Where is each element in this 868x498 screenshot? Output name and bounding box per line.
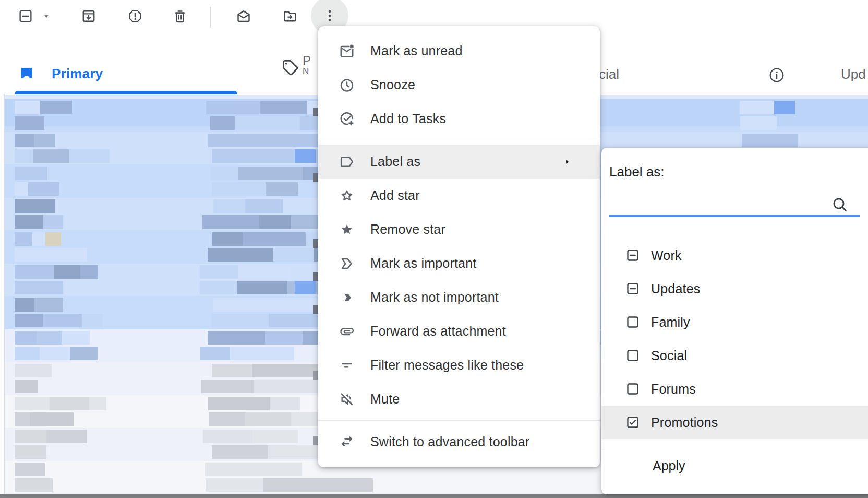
move-to-button[interactable] — [282, 8, 298, 24]
message-context-menu: Mark as unreadSnoozeAdd to TasksLabel as… — [318, 26, 600, 467]
label-list: WorkUpdatesFamilySocialForumsPromotions — [601, 239, 868, 439]
menu-item-label: Add to Tasks — [370, 111, 446, 126]
checkbox-unchecked-icon[interactable] — [626, 349, 640, 362]
menu-item-mark-as-important[interactable]: Mark as important — [318, 246, 600, 280]
important-marker-icon — [339, 255, 355, 272]
menu-item-label: Snooze — [370, 77, 415, 92]
menu-divider — [318, 140, 600, 140]
window-bottom-edge — [0, 494, 868, 498]
mute-speaker-icon — [339, 391, 355, 408]
inbox-tab-icon — [19, 65, 34, 81]
checkbox-indeterminate-icon[interactable] — [626, 282, 640, 295]
label-search-input[interactable] — [609, 193, 828, 214]
checkbox-checked-icon[interactable] — [626, 416, 640, 429]
tab-promotions-fragment: P N — [303, 54, 310, 78]
info-icon[interactable] — [768, 67, 785, 84]
tab-updates-partial[interactable]: Upd — [841, 66, 868, 82]
tag-icon[interactable] — [281, 58, 299, 77]
label-option-text: Family — [651, 315, 690, 330]
gmail-window: Primary P N cial Upd Mark as unreadSnooz… — [0, 0, 868, 498]
label-option-text: Forums — [651, 382, 696, 397]
search-icon — [831, 196, 849, 214]
filter-lines-icon — [339, 357, 355, 374]
submenu-arrow-icon — [564, 157, 571, 167]
not-important-marker-icon — [339, 289, 355, 306]
menu-item-label-as[interactable]: Label as — [318, 145, 600, 179]
menu-item-filter-messages-like-these[interactable]: Filter messages like these — [318, 348, 600, 382]
delete-button[interactable] — [172, 8, 188, 24]
star-filled-icon — [339, 221, 355, 238]
tab-primary[interactable]: Primary — [52, 66, 103, 82]
menu-item-add-to-tasks[interactable]: Add to Tasks — [318, 102, 600, 136]
label-as-title: Label as: — [609, 164, 665, 180]
label-option-updates[interactable]: Updates — [601, 272, 868, 305]
menu-item-label: Mark as not important — [370, 290, 499, 305]
switch-arrows-icon — [339, 434, 355, 450]
submenu-divider — [601, 450, 868, 450]
search-underline — [609, 215, 860, 217]
checkbox-indeterminate-icon[interactable] — [626, 248, 640, 262]
apply-button[interactable]: Apply — [653, 458, 685, 473]
label-option-text: Social — [651, 348, 687, 363]
menu-item-label: Filter messages like these — [370, 358, 524, 373]
select-checkbox[interactable] — [18, 8, 33, 24]
snooze-clock-icon — [339, 77, 355, 93]
menu-item-label: Switch to advanced toolbar — [370, 434, 529, 449]
menu-item-label: Forward as attachment — [370, 324, 506, 339]
label-option-forums[interactable]: Forums — [601, 372, 868, 406]
report-spam-button[interactable] — [127, 8, 143, 24]
checkbox-unchecked-icon[interactable] — [626, 382, 640, 396]
archive-button[interactable] — [81, 8, 97, 24]
star-outline-icon — [339, 187, 355, 204]
more-vert-icon — [322, 8, 337, 23]
menu-item-label: Remove star — [370, 222, 445, 237]
menu-item-label: Mute — [370, 392, 400, 407]
label-option-text: Promotions — [651, 415, 718, 430]
menu-item-snooze[interactable]: Snooze — [318, 68, 600, 102]
select-dropdown caret-down-icon[interactable] — [42, 12, 51, 20]
paperclip-icon — [339, 323, 355, 340]
label-option-text: Work — [651, 248, 682, 263]
checkbox-unchecked-icon[interactable] — [626, 315, 640, 329]
toolbar-divider — [210, 7, 211, 28]
label-option-text: Updates — [651, 281, 701, 297]
menu-item-switch-to-advanced-toolbar[interactable]: Switch to advanced toolbar — [318, 425, 600, 459]
menu-item-label: Add star — [370, 188, 420, 203]
mark-unread-icon — [339, 43, 355, 60]
active-tab-underline — [15, 91, 237, 94]
menu-item-label: Label as — [370, 154, 420, 169]
menu-item-add-star[interactable]: Add star — [318, 179, 600, 212]
menu-item-remove-star[interactable]: Remove star — [318, 212, 600, 246]
label-option-social[interactable]: Social — [601, 339, 868, 372]
tab-social-partial[interactable]: cial — [599, 66, 619, 82]
menu-item-mute[interactable]: Mute — [318, 382, 600, 416]
menu-item-mark-as-not-important[interactable]: Mark as not important — [318, 280, 600, 314]
label-option-work[interactable]: Work — [601, 239, 868, 272]
menu-item-forward-as-attachment[interactable]: Forward as attachment — [318, 314, 600, 348]
add-to-tasks-icon — [339, 111, 355, 127]
menu-item-label: Mark as unread — [370, 43, 463, 58]
label-tag-icon — [339, 153, 355, 170]
label-as-submenu: Label as: WorkUpdatesFamilySocialForumsP… — [601, 148, 868, 494]
menu-divider — [318, 420, 600, 421]
menu-item-label: Mark as important — [370, 256, 476, 271]
label-option-promotions[interactable]: Promotions — [601, 406, 868, 439]
label-option-family[interactable]: Family — [601, 305, 868, 339]
menu-item-mark-as-unread[interactable]: Mark as unread — [318, 34, 600, 68]
mark-as-read-button[interactable] — [236, 8, 251, 24]
